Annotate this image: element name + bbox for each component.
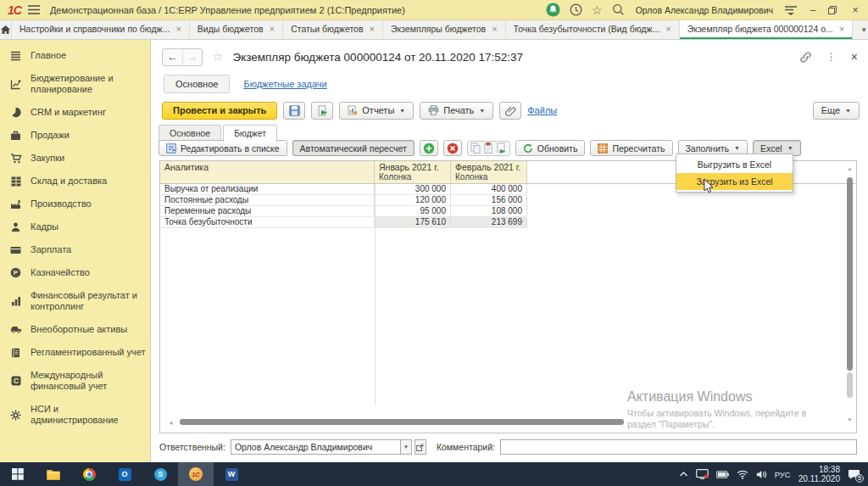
tab-close-icon[interactable]: ×	[665, 24, 670, 34]
nav-tab-main[interactable]: Основное	[164, 75, 230, 93]
sidebar-item-nsi-admin[interactable]: НСИ и администрирование	[0, 398, 150, 432]
paste-icon[interactable]	[483, 142, 494, 154]
tab-budget-instance-124[interactable]: Экземпляр бюджета 000000124 о... ×	[680, 20, 854, 39]
delete-row-button[interactable]	[443, 140, 462, 156]
sidebar-item-payroll[interactable]: Зарплата	[0, 238, 150, 261]
refresh-button[interactable]: Обновить	[515, 140, 586, 156]
get-link-icon[interactable]	[799, 51, 812, 64]
history-icon[interactable]	[570, 3, 582, 16]
sidebar-item-fixed-assets[interactable]: Внеоборотные активы	[0, 318, 150, 341]
more-button[interactable]: Еще ▼	[813, 102, 860, 120]
tray-volume-icon[interactable]	[756, 470, 767, 479]
scroll-left-icon[interactable]: ◄	[168, 420, 174, 426]
sidebar-item-production[interactable]: Производство	[0, 193, 150, 215]
row-feb-cell[interactable]: 156 000	[451, 195, 527, 206]
menu-item-import-excel[interactable]: Загрузить из Excel	[676, 173, 793, 190]
tab-close-icon[interactable]: ×	[839, 24, 844, 34]
close-window-button[interactable]: ×	[849, 3, 861, 16]
row-jan-cell[interactable]: 175 610	[375, 217, 451, 228]
favorites-star-icon[interactable]: ☆	[592, 3, 603, 17]
post-and-close-button[interactable]: Провести и закрыть	[162, 102, 277, 120]
table-row-variable-costs[interactable]: Переменные расходы 95 000 108 000	[160, 206, 856, 217]
word-icon[interactable]: W	[214, 462, 249, 486]
close-form-button[interactable]: ×	[851, 50, 858, 64]
responsible-open-button[interactable]	[415, 439, 426, 455]
nav-tab-budget-tasks[interactable]: Бюджетные задачи	[243, 79, 326, 89]
vertical-scrollbar[interactable]: ▲ ▼	[846, 166, 854, 422]
table-row-breakeven[interactable]: Точка безубыточности 175 610 213 699	[160, 217, 856, 228]
favorite-star-icon[interactable]: ☆	[212, 49, 223, 64]
row-name-cell[interactable]: Постоянные расходы	[160, 195, 375, 206]
scroll-down-icon[interactable]: ▼	[846, 417, 854, 422]
tab-close-icon[interactable]: ×	[370, 24, 375, 34]
tab-close-icon[interactable]: ×	[492, 24, 497, 34]
attachment-button[interactable]	[499, 102, 521, 120]
menu-item-export-excel[interactable]: Выгрузить в Excel	[676, 156, 793, 173]
responsible-field[interactable]	[231, 439, 400, 455]
tray-battery-icon[interactable]	[716, 471, 729, 478]
keyboard-language[interactable]: РУС	[775, 470, 791, 479]
search-icon[interactable]	[612, 3, 625, 16]
reports-button[interactable]: Отчеты ▼	[339, 102, 414, 120]
row-jan-cell[interactable]: 300 000	[375, 184, 451, 195]
action-center-icon[interactable]: 5	[848, 469, 860, 480]
row-jan-cell[interactable]: 95 000	[375, 206, 451, 217]
sidebar-item-ifrs[interactable]: C Международный финансовый учет	[0, 364, 150, 398]
page-tab-budget[interactable]: Бюджет	[223, 125, 277, 142]
1c-app-icon[interactable]: 1С	[178, 462, 214, 486]
tray-wifi-icon[interactable]	[737, 470, 748, 479]
tab-budget-kinds[interactable]: Виды бюджетов ×	[190, 20, 283, 39]
tray-chevron-up-icon[interactable]	[679, 471, 688, 478]
sidebar-item-finresult[interactable]: Финансовый результат и контроллинг	[0, 284, 150, 318]
row-name-cell[interactable]: Переменные расходы	[160, 206, 375, 217]
outlook-icon[interactable]: O	[107, 462, 142, 486]
sidebar-item-warehouse[interactable]: Склад и доставка	[0, 170, 150, 193]
scroll-up-icon[interactable]: ▲	[846, 166, 854, 171]
responsible-dropdown-button[interactable]: ▼	[400, 439, 412, 455]
copy-icon[interactable]	[470, 142, 481, 154]
save-button[interactable]	[283, 102, 305, 120]
notifications-bell-icon[interactable]	[546, 3, 560, 17]
tab-list-chevron-icon[interactable]: ▼	[853, 20, 868, 39]
row-name-cell[interactable]: Точка безубыточности	[160, 217, 375, 228]
horizontal-scroll-thumb[interactable]	[180, 419, 624, 425]
recalculate-button[interactable]: Пересчитать	[590, 140, 672, 156]
sidebar-item-main[interactable]: Главное	[0, 44, 150, 67]
main-menu-icon[interactable]	[28, 5, 40, 14]
comment-field[interactable]	[500, 439, 857, 455]
table-row-fixed-costs[interactable]: Постоянные расходы 120 000 156 000	[160, 195, 856, 206]
service-menu-icon[interactable]	[784, 5, 798, 15]
post-document-button[interactable]	[311, 102, 333, 120]
sidebar-item-sales[interactable]: Продажи	[0, 124, 150, 147]
sidebar-item-crm[interactable]: CRM и маркетинг	[0, 101, 150, 124]
tab-close-icon[interactable]: ×	[270, 24, 275, 34]
sidebar-item-budgeting[interactable]: Бюджетирование и планирование	[0, 67, 150, 101]
tray-display-icon[interactable]	[696, 469, 709, 479]
print-button[interactable]: Печать ▼	[420, 102, 493, 120]
minimize-button[interactable]: –	[807, 3, 819, 16]
restore-button[interactable]	[828, 6, 840, 14]
start-button[interactable]	[0, 462, 36, 486]
tab-budget-items[interactable]: Статьи бюджетов ×	[283, 20, 383, 39]
back-button[interactable]: ←	[163, 49, 182, 65]
skype-icon[interactable]: S	[142, 462, 178, 486]
more-options-icon[interactable]: ⋮	[826, 51, 837, 63]
row-feb-cell[interactable]: 213 699	[451, 217, 527, 228]
home-tab[interactable]	[0, 20, 12, 39]
forward-button[interactable]: →	[182, 49, 202, 65]
tab-close-icon[interactable]: ×	[175, 24, 181, 34]
row-feb-cell[interactable]: 400 000	[451, 184, 527, 195]
tab-settings-budget[interactable]: Настройки и справочники по бюдж... ×	[12, 20, 190, 39]
tab-budget-instances[interactable]: Экземпляры бюджетов ×	[383, 20, 506, 39]
sidebar-item-hr[interactable]: Кадры	[0, 215, 150, 238]
sidebar-item-regulated-accounting[interactable]: Регламентированный учет	[0, 341, 150, 364]
files-link[interactable]: Файлы	[527, 105, 557, 115]
auto-recalc-toggle[interactable]: Автоматический пересчет	[292, 140, 415, 156]
row-feb-cell[interactable]: 108 000	[451, 206, 527, 217]
sidebar-item-treasury[interactable]: Р Казначейство	[0, 261, 150, 284]
file-explorer-icon[interactable]	[36, 462, 71, 486]
row-jan-cell[interactable]: 120 000	[375, 195, 451, 206]
sidebar-item-purchasing[interactable]: Закупки	[0, 147, 150, 170]
row-name-cell[interactable]: Выручка от реализации	[160, 184, 375, 195]
taskbar-clock[interactable]: 18:38 20.11.2020	[798, 465, 840, 483]
